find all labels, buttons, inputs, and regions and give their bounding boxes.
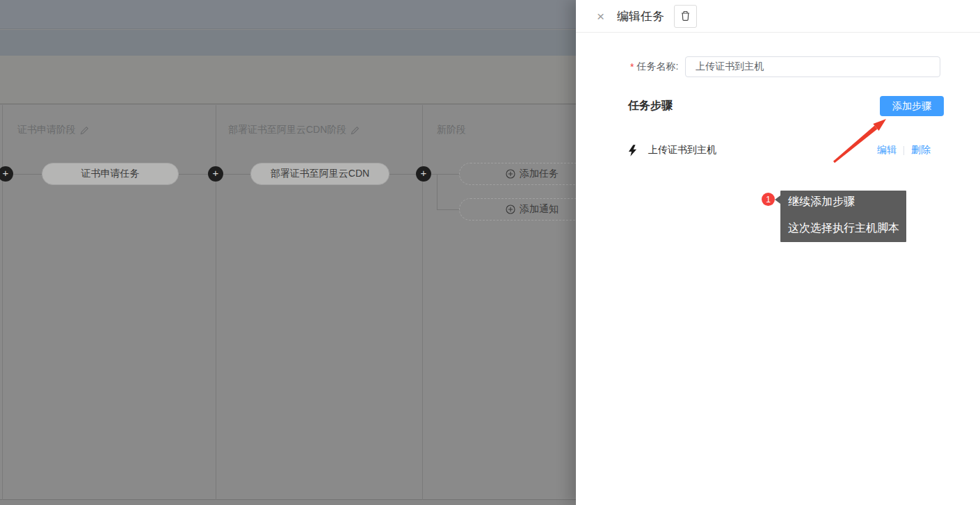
step-list-item: 上传证书到主机 编辑 删除 bbox=[576, 144, 980, 157]
stage-divider bbox=[216, 105, 216, 500]
delete-step-link[interactable]: 删除 bbox=[911, 144, 931, 157]
add-stage-button[interactable]: + bbox=[208, 166, 223, 182]
connector-line bbox=[437, 174, 437, 210]
certificate-pipeline-page: 证书申请阶段 部署证书至阿里云CDN阶段 新阶段 + + + 证书申请任务 部署… bbox=[0, 0, 980, 505]
task-node-cert-request[interactable]: 证书申请任务 bbox=[42, 163, 179, 185]
task-node-label: 部署证书至阿里云CDN bbox=[271, 168, 369, 180]
stage-title-deploy-cdn: 部署证书至阿里云CDN阶段 bbox=[228, 124, 360, 136]
edit-pencil-icon[interactable] bbox=[351, 126, 360, 135]
add-task-label: 添加任务 bbox=[520, 168, 559, 180]
task-name-label: 任务名称: bbox=[636, 61, 678, 73]
stage-title-new-stage: 新阶段 bbox=[437, 124, 466, 136]
stage-title-label: 证书申请阶段 bbox=[17, 124, 76, 136]
tooltip-line: 继续添加步骤 bbox=[788, 194, 906, 209]
tooltip-line: 这次选择执行主机脚本 bbox=[788, 221, 906, 236]
annotation-step-badge: 1 bbox=[762, 193, 775, 206]
task-node-label: 证书申请任务 bbox=[81, 168, 140, 180]
circle-plus-icon bbox=[506, 205, 515, 214]
edit-step-link[interactable]: 编辑 bbox=[877, 144, 897, 157]
annotation-tooltip: 继续添加步骤 这次选择执行主机脚本 bbox=[780, 191, 906, 242]
task-steps-heading: 任务步骤 bbox=[628, 99, 673, 113]
stage-title-cert-request: 证书申请阶段 bbox=[17, 124, 89, 136]
drawer-title: 编辑任务 bbox=[617, 8, 664, 24]
required-asterisk: * bbox=[630, 61, 634, 72]
add-stage-button[interactable]: + bbox=[416, 166, 431, 182]
close-icon[interactable]: × bbox=[597, 10, 604, 23]
stage-title-label: 新阶段 bbox=[437, 124, 466, 136]
stage-title-label: 部署证书至阿里云CDN阶段 bbox=[228, 124, 346, 136]
edit-pencil-icon[interactable] bbox=[80, 126, 89, 135]
link-divider bbox=[903, 146, 904, 155]
stage-divider bbox=[422, 105, 423, 500]
task-name-input[interactable] bbox=[685, 56, 940, 77]
trash-icon bbox=[680, 10, 691, 22]
step-actions: 编辑 删除 bbox=[877, 144, 931, 157]
task-node-deploy-cdn[interactable]: 部署证书至阿里云CDN bbox=[250, 163, 389, 185]
connector-line bbox=[437, 209, 459, 210]
step-name: 上传证书到主机 bbox=[648, 144, 716, 157]
delete-task-button[interactable] bbox=[674, 5, 697, 28]
stage-divider bbox=[2, 105, 3, 500]
task-steps-header: 任务步骤 添加步骤 bbox=[576, 96, 980, 116]
tooltip-arrow bbox=[775, 195, 780, 204]
add-notification-label: 添加通知 bbox=[520, 203, 559, 216]
circle-plus-icon bbox=[506, 169, 515, 179]
task-name-form-row: * 任务名称: bbox=[576, 56, 980, 77]
edit-task-drawer: × 编辑任务 * 任务名称: 任务步骤 添加步骤 上传证书到主机 编辑 bbox=[576, 0, 980, 505]
lightning-icon bbox=[628, 145, 637, 157]
add-step-button[interactable]: 添加步骤 bbox=[880, 96, 944, 116]
drawer-header: × 编辑任务 bbox=[576, 0, 980, 33]
